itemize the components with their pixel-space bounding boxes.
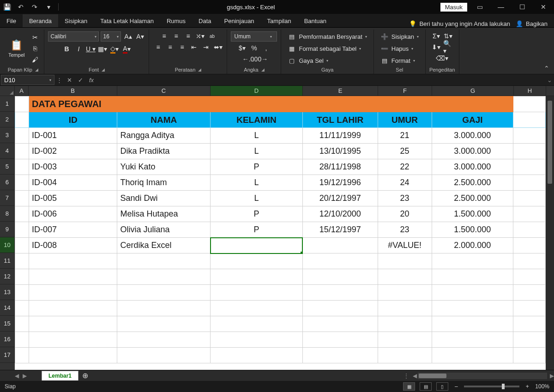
horizontal-scrollbar[interactable] xyxy=(418,373,547,379)
tab-peninjauan[interactable]: Peninjauan xyxy=(218,15,261,27)
tab-data[interactable]: Data xyxy=(192,15,217,27)
table-row[interactable]: ID-008Cerdika Excel#VALUE!2.000.000 xyxy=(15,238,545,253)
decrease-decimal-icon[interactable]: .00→ xyxy=(255,54,265,64)
row-header[interactable]: 3 xyxy=(0,127,15,143)
dialog-launcher-icon[interactable]: ◢ xyxy=(35,67,38,72)
align-top-icon[interactable]: ≡ xyxy=(159,31,169,41)
col-header-a[interactable]: A xyxy=(15,86,29,96)
row-header[interactable]: 4 xyxy=(0,143,15,159)
close-icon[interactable]: ✕ xyxy=(533,3,554,11)
row-header[interactable]: 7 xyxy=(0,190,15,206)
row-header[interactable]: 17 xyxy=(0,347,15,363)
font-name-select[interactable]: Calibri▾ xyxy=(48,31,99,42)
table-row[interactable] xyxy=(15,332,545,348)
merge-center-button[interactable]: ⬌▾ xyxy=(213,42,223,52)
paste-button[interactable]: 📋 Tempel xyxy=(6,38,27,59)
format-as-table-button[interactable]: ▦Format sebagai Tabel ▾ xyxy=(285,43,364,54)
zoom-in-icon[interactable]: + xyxy=(524,383,530,390)
table-row[interactable]: DATA PEGAWAI xyxy=(15,96,545,112)
font-size-select[interactable]: 16▾ xyxy=(101,31,121,42)
view-page-layout-icon[interactable]: ▤ xyxy=(420,382,432,391)
table-row[interactable] xyxy=(15,285,545,301)
row-header[interactable]: 1 xyxy=(0,96,15,112)
row-header[interactable]: 10 xyxy=(0,237,15,253)
table-row[interactable]: ID-002Dika PradiktaL13/10/1995253.000.00… xyxy=(15,144,545,159)
expand-formula-bar-icon[interactable]: ⌄ xyxy=(545,77,554,84)
view-normal-icon[interactable]: ▦ xyxy=(403,382,415,391)
borders-button[interactable]: ▦▾ xyxy=(97,44,108,54)
row-header[interactable]: 5 xyxy=(0,159,15,175)
col-header-b[interactable]: B xyxy=(29,86,117,96)
align-middle-icon[interactable]: ≡ xyxy=(171,31,181,41)
row-header[interactable]: 11 xyxy=(0,253,15,269)
vertical-scrollbar[interactable] xyxy=(546,96,554,370)
hscroll-left-icon[interactable]: ◀ xyxy=(413,373,417,379)
view-page-break-icon[interactable]: ▯ xyxy=(436,382,448,391)
undo-icon[interactable]: ↶ xyxy=(14,3,28,11)
zoom-slider[interactable] xyxy=(464,386,519,387)
insert-cells-button[interactable]: ➕Sisipkan ▾ xyxy=(378,31,422,42)
underline-button[interactable]: U ▾ xyxy=(85,44,96,54)
increase-indent-icon[interactable]: ⇥ xyxy=(201,42,211,52)
wrap-text-button[interactable]: ab xyxy=(207,31,217,41)
autosum-icon[interactable]: Σ▾ xyxy=(431,31,441,41)
align-left-icon[interactable]: ≡ xyxy=(153,42,163,52)
table-row[interactable]: ID-006Melisa HutapeaP12/10/2000201.500.0… xyxy=(15,206,545,222)
table-row[interactable] xyxy=(15,316,545,332)
sheet-tab-lembar1[interactable]: Lembar1 xyxy=(42,371,78,380)
row-header[interactable]: 16 xyxy=(0,332,15,347)
align-bottom-icon[interactable]: ≡ xyxy=(183,31,193,41)
align-center-icon[interactable]: ≡ xyxy=(165,42,175,52)
save-icon[interactable]: 💾 xyxy=(0,3,14,11)
cut-icon[interactable]: ✂ xyxy=(30,33,40,42)
orientation-icon[interactable]: ⤮▾ xyxy=(195,31,205,41)
tellme-input[interactable]: 💡 Beri tahu yang ingin Anda lakukan xyxy=(409,20,510,27)
percent-icon[interactable]: % xyxy=(249,43,259,53)
tab-file[interactable]: File xyxy=(0,15,23,27)
fill-icon[interactable]: ⬇▾ xyxy=(431,42,441,52)
format-cells-button[interactable]: ▤Format ▾ xyxy=(378,55,418,66)
row-header[interactable]: 12 xyxy=(0,269,15,284)
increase-font-icon[interactable]: A▴ xyxy=(123,32,133,41)
add-sheet-icon[interactable]: ⊕ xyxy=(78,371,91,380)
find-select-icon[interactable]: 🔍▾ xyxy=(443,42,453,52)
name-box[interactable]: D10▾ xyxy=(1,75,54,85)
table-row[interactable] xyxy=(15,253,545,269)
signin-button[interactable]: Masuk xyxy=(440,3,467,12)
tab-tataletak[interactable]: Tata Letak Halaman xyxy=(94,15,160,27)
delete-cells-button[interactable]: ➖Hapus ▾ xyxy=(378,43,416,54)
tab-tampilan[interactable]: Tampilan xyxy=(261,15,298,27)
align-right-icon[interactable]: ≡ xyxy=(177,42,187,52)
zoom-out-icon[interactable]: – xyxy=(453,383,459,390)
enter-formula-icon[interactable]: ✓ xyxy=(75,77,86,84)
increase-decimal-icon[interactable]: ←.0 xyxy=(243,54,253,64)
cell-styles-button[interactable]: ▢Gaya Sel ▾ xyxy=(285,55,331,66)
col-header-g[interactable]: G xyxy=(432,86,514,96)
table-row[interactable]: ID-001Rangga AdityaL11/11/1999213.000.00… xyxy=(15,128,545,144)
maximize-icon[interactable]: ☐ xyxy=(512,3,533,11)
hscroll-right-icon[interactable]: ▶ xyxy=(550,373,554,379)
col-header-h[interactable]: H xyxy=(514,86,546,96)
table-row[interactable]: ID NAMA KELAMIN TGL LAHIR UMUR GAJI xyxy=(15,112,545,128)
col-header-e[interactable]: E xyxy=(303,86,378,96)
table-row[interactable]: ID-005Sandi DwiL20/12/1997232.500.000 xyxy=(15,191,545,206)
row-header[interactable]: 9 xyxy=(0,222,15,237)
cancel-formula-icon[interactable]: ✕ xyxy=(64,77,75,84)
table-row[interactable] xyxy=(15,348,545,363)
ribbon-display-icon[interactable]: ▭ xyxy=(469,3,490,11)
collapse-ribbon-icon[interactable]: ⌃ xyxy=(544,65,549,72)
table-row[interactable]: ID-003Yuki KatoP28/11/1998223.000.000 xyxy=(15,159,545,175)
row-header[interactable]: 8 xyxy=(0,206,15,222)
minimize-icon[interactable]: — xyxy=(490,3,512,11)
number-format-select[interactable]: Umum▾ xyxy=(231,31,277,42)
tab-rumus[interactable]: Rumus xyxy=(160,15,192,27)
dialog-launcher-icon[interactable]: ◢ xyxy=(261,67,265,72)
row-header[interactable]: 14 xyxy=(0,300,15,316)
sheet-prev-icon[interactable]: ◀ xyxy=(15,373,19,379)
currency-icon[interactable]: $▾ xyxy=(237,43,247,53)
table-row[interactable] xyxy=(15,301,545,316)
clear-icon[interactable]: ⌫▾ xyxy=(437,54,447,63)
fill-color-button[interactable]: ◇▾ xyxy=(109,44,120,54)
sheet-next-icon[interactable]: ▶ xyxy=(23,373,27,379)
col-header-c[interactable]: C xyxy=(117,86,211,96)
